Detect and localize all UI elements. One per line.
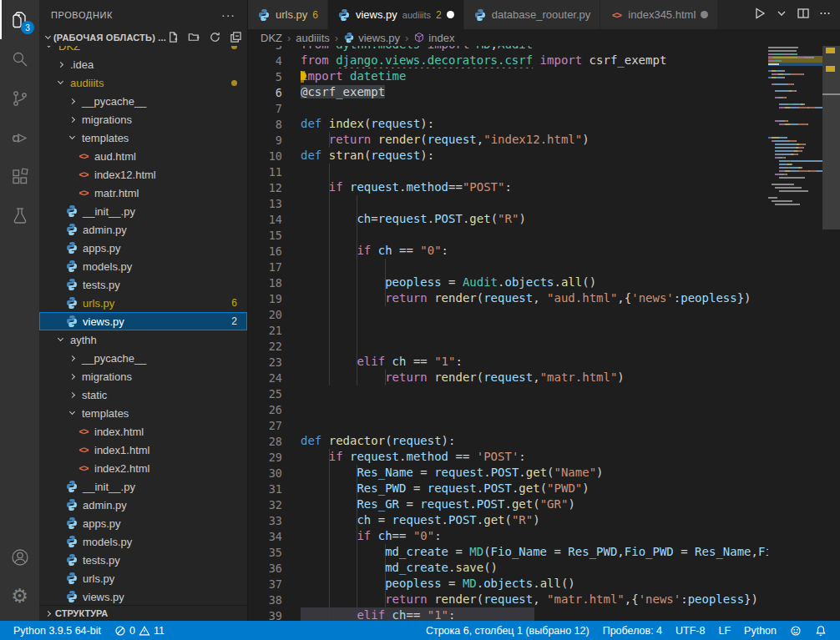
code-line: 34 if ch== "0":	[248, 528, 840, 544]
tree-item-static[interactable]: static	[39, 386, 247, 404]
tree-item-index.html[interactable]: <>index.html	[39, 422, 247, 441]
tree-item-__pycache__[interactable]: __pycache__	[39, 92, 247, 110]
tree-item-index2.html[interactable]: <>index2.html	[39, 459, 247, 477]
tree-item-admin.py[interactable]: admin.py	[39, 220, 247, 239]
tab-database_roouter.py[interactable]: database_roouter.py	[464, 0, 601, 29]
activitybar-run-debug-icon[interactable]	[0, 118, 39, 157]
run-icon[interactable]	[753, 7, 767, 23]
activitybar-search-icon[interactable]	[0, 39, 39, 78]
tree-item-label: admin.py	[83, 224, 127, 236]
tree-item-tests.py[interactable]: tests.py	[39, 275, 247, 294]
tree-item-label: audiiits	[70, 77, 104, 89]
line-number: 31	[248, 482, 301, 496]
status-notifications[interactable]	[808, 621, 833, 640]
code-line: 33 ch = request.POST.get("R")	[248, 512, 840, 528]
tree-item-DKZ[interactable]: DKZ	[39, 46, 247, 55]
status-encoding[interactable]: UTF-8	[669, 621, 711, 640]
tree-item-admin.py[interactable]: admin.py	[39, 496, 247, 514]
tree-item-migrations[interactable]: migrations	[39, 110, 247, 129]
tab-urls.py[interactable]: urls.py6	[248, 0, 328, 29]
activitybar-extensions-icon[interactable]	[0, 157, 39, 196]
status-problems[interactable]: 011	[108, 621, 171, 640]
chevron-right-icon	[45, 610, 51, 616]
vertical-scrollbar[interactable]	[822, 46, 840, 229]
collapse-all-icon[interactable]	[230, 31, 242, 45]
code-line: 15	[248, 227, 840, 243]
chevron-right-icon	[68, 391, 74, 397]
tree-item-__pycache__[interactable]: __pycache__	[39, 349, 247, 367]
tree-item-label: __pycache__	[82, 352, 146, 365]
tree-item-label: aud.html	[94, 150, 136, 163]
more-icon[interactable]	[818, 7, 832, 23]
line-number: 19	[248, 292, 301, 305]
outline-section-header[interactable]: СТРУКТУРА	[39, 605, 247, 621]
warning-mark	[826, 48, 835, 53]
activitybar-account-icon[interactable]	[0, 537, 39, 577]
tab-index345.html[interactable]: <>index345.html	[600, 0, 718, 29]
tree-item-label: views.py	[83, 591, 124, 603]
new-file-icon[interactable]	[167, 31, 180, 45]
tree-item-audiiits[interactable]: audiiits	[39, 73, 247, 92]
status-python-interpreter[interactable]: Python 3.9.5 64-bit	[7, 621, 108, 640]
workspace-section-label: (РАБОЧАЯ ОБЛАСТЬ) ...	[53, 33, 166, 43]
split-editor-icon[interactable]	[797, 7, 810, 23]
vscode-window: 3 ⚙ ПРОВОДНИК ··· (РАБОЧАЯ ОБЛАСТЬ) ... …	[0, 0, 840, 640]
refresh-icon[interactable]	[209, 31, 221, 45]
tree-item-aythh[interactable]: aythh	[39, 330, 247, 349]
html-file-icon: <>	[77, 149, 90, 163]
tree-item-label: __pycache__	[82, 95, 146, 108]
cursor-position-mark	[822, 93, 840, 95]
new-folder-icon[interactable]	[188, 31, 200, 45]
minimap[interactable]	[768, 46, 822, 621]
status-feedback[interactable]	[783, 621, 808, 640]
code-line: 20	[248, 306, 840, 322]
code-line: 24 return render(request,"matr.html")	[248, 370, 840, 386]
tree-item-migrations[interactable]: migrations	[39, 367, 247, 386]
breadcrumb-item-index[interactable]: index	[413, 32, 454, 44]
status-indentation[interactable]: Пробелов: 4	[596, 621, 669, 640]
python-file-icon	[65, 204, 78, 218]
activitybar-explorer-icon[interactable]: 3	[0, 0, 39, 39]
status-eol[interactable]: LF	[711, 621, 737, 640]
status-language-mode[interactable]: Python	[737, 621, 783, 640]
problems-badge: 2	[231, 315, 237, 327]
activitybar-testing-icon[interactable]	[0, 196, 39, 235]
tree-item-__init__.py[interactable]: __init__.py	[39, 202, 247, 220]
activitybar-source-control-icon[interactable]	[0, 78, 39, 118]
tree-item-index1.html[interactable]: <>index1.html	[39, 441, 247, 459]
code-editor[interactable]: 3from aythh.models import MD,Audit4from …	[248, 46, 840, 621]
tree-item-templates[interactable]: templates	[39, 129, 247, 147]
breadcrumb-item-audiiits[interactable]: audiiits	[296, 32, 329, 44]
tree-item-apps.py[interactable]: apps.py	[39, 239, 247, 257]
more-actions-icon[interactable]: ···	[221, 8, 235, 22]
tree-item-urls.py[interactable]: urls.py	[39, 569, 247, 587]
tree-item-templates[interactable]: templates	[39, 404, 247, 422]
line-number: 10	[248, 149, 301, 163]
tree-item-urls.py[interactable]: urls.py6	[39, 294, 247, 312]
tree-item-.idea[interactable]: .idea	[39, 55, 247, 73]
tab-views.py[interactable]: views.pyaudiiits2	[328, 0, 464, 29]
status-cursor-position[interactable]: Строка 6, столбец 1 (выбрано 12)	[419, 621, 596, 640]
line-number: 24	[248, 371, 301, 385]
chevron-down-icon[interactable]	[775, 7, 788, 23]
breadcrumb-item-views.py[interactable]: views.py	[343, 32, 400, 44]
tree-item-models.py[interactable]: models.py	[39, 532, 247, 551]
activitybar-settings-icon[interactable]: ⚙	[0, 577, 39, 616]
line-number: 5	[248, 70, 301, 83]
workspace-section-header[interactable]: (РАБОЧАЯ ОБЛАСТЬ) ...	[39, 29, 247, 46]
overview-ruler	[822, 46, 840, 621]
tree-item-index12.html[interactable]: <>index12.html	[39, 165, 247, 184]
tree-item-tests.py[interactable]: tests.py	[39, 551, 247, 569]
breadcrumb-item-DKZ[interactable]: DKZ	[261, 32, 282, 44]
tree-item-models.py[interactable]: models.py	[39, 257, 247, 275]
tab-label: urls.py	[276, 8, 307, 21]
tree-item-apps.py[interactable]: apps.py	[39, 514, 247, 532]
tree-item-views.py[interactable]: views.py	[39, 587, 247, 605]
tree-item-views.py[interactable]: views.py2	[39, 312, 247, 330]
modified-dot-icon[interactable]	[447, 11, 454, 18]
tree-item-matr.html[interactable]: <>matr.html	[39, 184, 247, 202]
tree-item-__init__.py[interactable]: __init__.py	[39, 477, 247, 496]
tree-item-aud.html[interactable]: <>aud.html	[39, 147, 247, 165]
modified-dot-icon[interactable]	[701, 11, 708, 18]
html-file-icon: <>	[77, 168, 90, 181]
